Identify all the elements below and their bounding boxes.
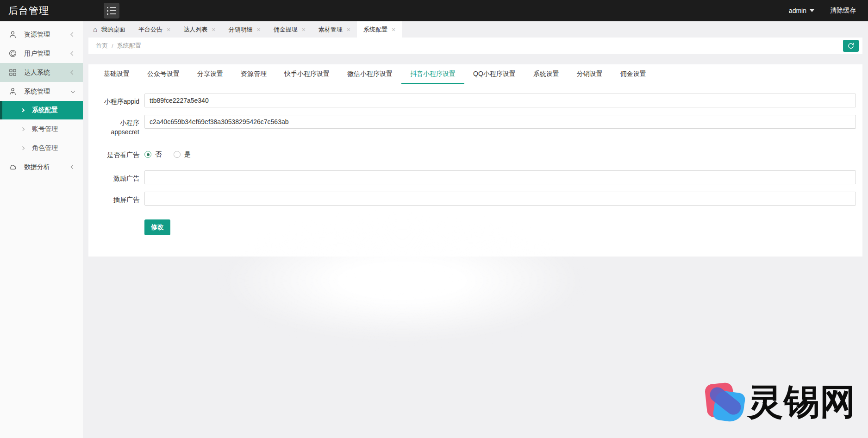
form-row-interstitial-ad: 插屏广告 xyxy=(95,192,856,206)
chevron-left-icon xyxy=(71,70,75,75)
open-tab-6[interactable]: 系统配置× xyxy=(357,21,402,38)
chevron-down-icon xyxy=(810,9,814,12)
form-row-reward-ad: 激励广告 xyxy=(95,170,856,184)
watch-ad-option-0[interactable]: 否 xyxy=(144,150,162,159)
sidebar-subitem-3-1[interactable]: 账号管理 xyxy=(0,119,83,138)
appsecret-input[interactable] xyxy=(144,115,856,129)
settings-tab-label: 基础设置 xyxy=(104,70,130,77)
watch-ad-option-1[interactable]: 是 xyxy=(174,150,191,159)
settings-tab-label: 抖音小程序设置 xyxy=(410,70,456,77)
chevron-left-icon xyxy=(71,165,75,169)
settings-tab-8[interactable]: 系统设置 xyxy=(525,64,568,84)
open-tab-0[interactable]: ⌂我的桌面 xyxy=(87,21,132,38)
radio-label: 是 xyxy=(184,150,191,159)
sidebar-subitem-3-2[interactable]: 角色管理 xyxy=(0,138,83,157)
close-icon[interactable]: × xyxy=(302,26,306,33)
open-tabs-bar: ⌂我的桌面平台公告×达人列表×分销明细×佣金提现×素材管理×系统配置× xyxy=(83,21,868,38)
breadcrumb: 首页 / 系统配置 xyxy=(88,38,862,54)
open-tab-1[interactable]: 平台公告× xyxy=(132,21,177,38)
user-circle-icon xyxy=(8,49,17,58)
settings-tab-9[interactable]: 分销设置 xyxy=(568,64,612,84)
settings-tab-label: 分销设置 xyxy=(577,70,603,77)
settings-tab-label: 快手小程序设置 xyxy=(284,70,330,77)
settings-tab-label: 公众号设置 xyxy=(147,70,180,77)
reward-ad-input[interactable] xyxy=(144,170,856,184)
settings-tab-3[interactable]: 资源管理 xyxy=(232,64,275,84)
cloud-icon xyxy=(8,163,17,171)
appsecret-label: 小程序appsecret xyxy=(95,115,139,137)
settings-card: 基础设置公众号设置分享设置资源管理快手小程序设置微信小程序设置抖音小程序设置QQ… xyxy=(88,64,862,257)
refresh-icon xyxy=(847,42,855,50)
settings-tab-label: 佣金设置 xyxy=(620,70,646,77)
open-tab-label: 佣金提现 xyxy=(274,25,298,34)
site-logo: 灵锡网 xyxy=(704,380,856,423)
reward-ad-label: 激励广告 xyxy=(95,170,139,184)
chevron-down-icon xyxy=(71,88,75,93)
watch-ad-label: 是否看广告 xyxy=(95,150,139,159)
settings-tab-7[interactable]: QQ小程序设置 xyxy=(464,64,525,84)
watch-ad-radios: 否是 xyxy=(144,150,191,159)
appid-input[interactable] xyxy=(144,94,856,107)
main-area: ⌂我的桌面平台公告×达人列表×分销明细×佣金提现×素材管理×系统配置× 首页 /… xyxy=(83,21,868,438)
sidebar-item-4[interactable]: 数据分析 xyxy=(0,157,83,176)
settings-tab-label: 资源管理 xyxy=(241,70,267,77)
settings-tab-label: 微信小程序设置 xyxy=(347,70,393,77)
sidebar: 资源管理用户管理达人系统系统管理系统配置账号管理角色管理数据分析 xyxy=(0,21,83,438)
settings-tab-10[interactable]: 佣金设置 xyxy=(612,64,655,84)
settings-tab-2[interactable]: 分享设置 xyxy=(188,64,232,84)
form-row-appid: 小程序appid xyxy=(95,94,856,107)
sidebar-subitem-label: 角色管理 xyxy=(32,144,58,152)
open-tab-label: 我的桌面 xyxy=(101,25,125,34)
chevron-right-icon xyxy=(21,146,25,150)
sidebar-subitem-3-0[interactable]: 系统配置 xyxy=(0,101,83,119)
form-row-watch-ad: 是否看广告 否是 xyxy=(95,150,856,159)
breadcrumb-home[interactable]: 首页 xyxy=(96,42,108,50)
refresh-button[interactable] xyxy=(843,40,859,52)
settings-tab-6[interactable]: 抖音小程序设置 xyxy=(401,64,464,84)
home-icon: ⌂ xyxy=(93,26,97,33)
form-row-appsecret: 小程序appsecret xyxy=(95,115,856,137)
menu-toggle-button[interactable] xyxy=(104,3,119,19)
close-icon[interactable]: × xyxy=(167,26,170,33)
settings-tab-5[interactable]: 微信小程序设置 xyxy=(338,64,401,84)
sidebar-item-label: 资源管理 xyxy=(24,31,71,39)
interstitial-ad-input[interactable] xyxy=(144,192,856,206)
sidebar-subitem-label: 系统配置 xyxy=(32,106,58,114)
chevron-right-icon xyxy=(21,108,25,112)
sidebar-item-0[interactable]: 资源管理 xyxy=(0,25,83,44)
submit-button[interactable]: 修改 xyxy=(144,219,170,235)
open-tab-label: 素材管理 xyxy=(318,25,343,34)
close-icon[interactable]: × xyxy=(392,26,395,33)
radio-icon xyxy=(144,151,151,158)
user-tie-icon xyxy=(8,87,17,96)
close-icon[interactable]: × xyxy=(256,26,260,33)
settings-tab-1[interactable]: 公众号设置 xyxy=(138,64,188,84)
open-tab-label: 分销明细 xyxy=(228,25,252,34)
open-tab-5[interactable]: 素材管理× xyxy=(312,21,357,38)
logo-icon xyxy=(704,380,745,423)
close-icon[interactable]: × xyxy=(212,26,215,33)
sidebar-item-label: 数据分析 xyxy=(24,163,71,171)
settings-tab-label: 分享设置 xyxy=(197,70,223,77)
open-tab-label: 系统配置 xyxy=(363,25,387,34)
sidebar-item-3[interactable]: 系统管理 xyxy=(0,82,83,101)
open-tab-3[interactable]: 分销明细× xyxy=(222,21,267,38)
user-menu[interactable]: admin xyxy=(789,7,814,14)
breadcrumb-separator: / xyxy=(112,43,113,50)
breadcrumb-current: 系统配置 xyxy=(117,42,141,50)
sidebar-item-1[interactable]: 用户管理 xyxy=(0,44,83,63)
settings-tab-4[interactable]: 快手小程序设置 xyxy=(275,64,338,84)
open-tab-4[interactable]: 佣金提现× xyxy=(267,21,312,38)
radio-icon xyxy=(174,151,181,158)
clear-cache-button[interactable]: 清除缓存 xyxy=(830,6,856,15)
sidebar-item-label: 用户管理 xyxy=(24,50,71,58)
settings-tab-label: 系统设置 xyxy=(533,70,559,77)
username: admin xyxy=(789,7,806,14)
radio-label: 否 xyxy=(155,150,162,159)
settings-tab-0[interactable]: 基础设置 xyxy=(95,64,138,84)
sidebar-item-label: 系统管理 xyxy=(24,88,71,96)
open-tab-2[interactable]: 达人列表× xyxy=(177,21,222,38)
sidebar-item-2[interactable]: 达人系统 xyxy=(0,63,83,82)
close-icon[interactable]: × xyxy=(347,26,350,33)
chevron-left-icon xyxy=(71,51,75,56)
